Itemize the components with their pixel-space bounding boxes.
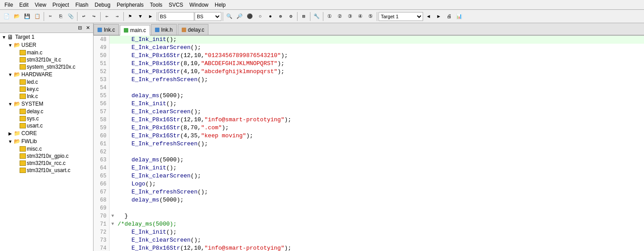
menu-item-edit[interactable]: Edit [16,1,31,9]
back-btn[interactable]: ⇐ [102,12,112,21]
folder-icon: 📂 [13,41,20,49]
code-line: 54 [94,84,644,92]
line-number: 51 [94,60,110,68]
mark-btn[interactable]: ▼ [135,12,145,21]
new-file-btn[interactable]: 📄 [2,12,12,21]
copy-btn[interactable]: ⎘ [56,12,65,21]
toolbar-separator [157,12,157,21]
record-btn[interactable]: ⚫ [245,12,255,21]
sidebar-icon-2[interactable]: ✕ [84,25,91,32]
b1[interactable]: ① [325,12,334,21]
prev-btn[interactable]: ◀ [424,12,433,21]
tree-item-target1[interactable]: ▼🖥Target 1 [0,33,93,41]
folder-icon: 📁 [13,130,20,137]
toolbar-separator [323,12,323,21]
tab-Ink-h[interactable]: Ink.h [151,24,177,35]
tree-item-mainc[interactable]: main.c [0,49,93,56]
menu-item-debug[interactable]: Debug [92,1,113,9]
save-btn[interactable]: 💾 [22,12,32,21]
menu-item-flash[interactable]: Flash [73,1,91,9]
sidebar-icon-1[interactable]: ⊟ [76,25,83,32]
line-number: 62 [94,148,110,156]
open-btn[interactable]: 📂 [12,12,22,21]
grid-btn[interactable]: ⊞ [299,12,309,21]
tab-label: delay.c [188,27,204,33]
report-btn[interactable]: 📊 [454,12,464,21]
tree-item-core[interactable]: ▶📁CORE [0,129,93,137]
tab-label: Ink.c [104,27,115,33]
b3[interactable]: ③ [345,12,355,21]
tree-item-stm32f10x_usart[interactable]: stm32f10x_usart.c [0,167,93,174]
tree-container: ▼🖥Target 1▼📂USERmain.cstm32f10x_it.csyst… [0,33,93,174]
line-fold-icon[interactable]: ▼ [110,220,116,228]
tree-item-sysc[interactable]: sys.c [0,115,93,122]
target-dropdown[interactable]: Target 1 [379,12,423,21]
line-content: E_Ink_P8x16Str(8,10,"ABCDEFGHIJKLMNOPQRS… [116,60,285,68]
menu-item-peripherals[interactable]: Peripherals [114,1,147,9]
tree-item-label: HARDWARE [21,71,53,78]
bookmark-btn[interactable]: ⚑ [125,12,135,21]
tree-item-usartc[interactable]: usart.c [0,122,93,129]
tree-item-user[interactable]: ▼📂USER [0,41,93,49]
tab-Ink-c[interactable]: Ink.c [94,24,119,35]
line-number: 52 [94,68,110,76]
run-btn[interactable]: ● [265,12,275,21]
paste-btn[interactable]: 📎 [66,12,76,21]
line-fold-icon[interactable]: ▼ [110,212,116,220]
b5[interactable]: ⑤ [366,12,375,21]
search-icon-btn[interactable]: 🔍 [224,12,234,21]
tree-item-system[interactable]: ▼📂SYSTEM [0,100,93,108]
menu-item-tools[interactable]: Tools [147,1,165,9]
tree-item-inkc[interactable]: Ink.c [0,93,93,100]
menu-item-help[interactable]: Help [212,1,228,9]
b4[interactable]: ④ [355,12,365,21]
print-btn[interactable]: 🖨 [444,12,454,21]
menu-item-project[interactable]: Project [50,1,72,9]
tree-item-system_stm32f10x[interactable]: system_stm32f10x.c [0,63,93,70]
line-fold-icon [110,100,116,108]
code-line: 69 [94,204,644,212]
code-line: 64 E_Ink_init(); [94,164,644,172]
stop-btn[interactable]: ○ [255,12,265,21]
line-content: delay_ms(5000); [116,156,183,164]
tree-item-fwlib[interactable]: ▼📂FWLib [0,137,93,145]
add-btn[interactable]: ⊕ [276,12,285,21]
tab-main-c[interactable]: main.c [120,25,150,36]
line-content: E_Ink_refreshScreen(); [116,140,208,148]
tree-item-stm32f10x_gpio[interactable]: stm32f10x_gpio.c [0,152,93,160]
line-fold-icon [110,76,116,84]
next-btn[interactable]: ▶ [434,12,444,21]
expand-icon: ▼ [7,139,13,144]
menu-item-view[interactable]: View [32,1,49,9]
tree-item-ledc[interactable]: led.c [0,78,93,86]
tools-btn[interactable]: 🔧 [312,12,322,21]
forward-btn[interactable]: ⇒ [112,12,122,21]
undo-btn[interactable]: ↩ [79,12,89,21]
tree-item-delayc[interactable]: delay.c [0,108,93,115]
tree-item-miscc[interactable]: misc.c [0,145,93,152]
line-number: 53 [94,76,110,84]
redo-btn[interactable]: ↪ [89,12,99,21]
tree-item-stm32f10x_it[interactable]: stm32f10x_it.c [0,56,93,63]
gear-btn[interactable]: ⚙ [286,12,296,21]
menu-item-window[interactable]: Window [187,1,211,9]
zoom-btn[interactable]: 🔎 [235,12,245,21]
tree-item-label: led.c [27,79,38,85]
tree-item-keyc[interactable]: key.c [0,86,93,93]
tree-item-stm32f10x_rcc[interactable]: stm32f10x_rcc.c [0,160,93,167]
tab-delay-c[interactable]: delay.c [178,24,208,35]
menu-item-file[interactable]: File [2,1,16,9]
save-all-btn[interactable]: 📋 [33,12,42,21]
bs-input[interactable] [159,12,194,21]
line-content: E_Ink_P8x16Str(12,10,"012345678998765432… [116,52,288,60]
bs-dropdown[interactable]: BS [195,12,221,21]
code-area[interactable]: 48 E_Ink_init();49 E_Ink_clearScreen();5… [94,36,644,251]
menu-item-svcs[interactable]: SVCS [166,1,186,9]
tree-item-label: usart.c [27,123,43,129]
line-content: delay_ms(5000); [116,196,183,204]
find-btn[interactable]: ▶ [146,12,155,21]
file-icon [20,153,26,159]
tree-item-hardware[interactable]: ▼📂HARDWARE [0,70,93,78]
cut-btn[interactable]: ✂ [45,12,55,21]
b2[interactable]: ② [335,12,345,21]
